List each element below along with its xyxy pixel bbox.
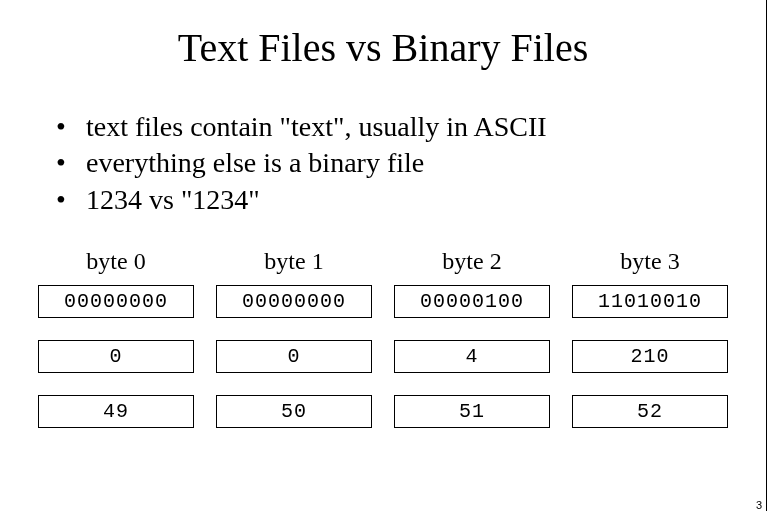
table-row: 00000000 00000000 00000100 11010010 <box>38 285 728 318</box>
bullet-item: 1234 vs "1234" <box>56 182 766 218</box>
byte-cell: 4 <box>394 340 550 373</box>
page-number: 3 <box>756 499 762 511</box>
bullet-list: text files contain "text", usually in AS… <box>56 109 766 218</box>
byte-cell: 49 <box>38 395 194 428</box>
table-header-row: byte 0 byte 1 byte 2 byte 3 <box>38 248 728 275</box>
column-header: byte 3 <box>572 248 728 275</box>
column-header: byte 1 <box>216 248 372 275</box>
slide-title: Text Files vs Binary Files <box>0 0 766 71</box>
byte-cell: 210 <box>572 340 728 373</box>
byte-cell: 50 <box>216 395 372 428</box>
byte-cell: 51 <box>394 395 550 428</box>
table-row: 0 0 4 210 <box>38 340 728 373</box>
byte-cell: 0 <box>38 340 194 373</box>
table-row: 49 50 51 52 <box>38 395 728 428</box>
byte-cell: 00000000 <box>38 285 194 318</box>
byte-table: byte 0 byte 1 byte 2 byte 3 00000000 000… <box>0 248 766 428</box>
byte-cell: 0 <box>216 340 372 373</box>
column-header: byte 2 <box>394 248 550 275</box>
byte-cell: 52 <box>572 395 728 428</box>
byte-cell: 00000000 <box>216 285 372 318</box>
column-header: byte 0 <box>38 248 194 275</box>
byte-cell: 00000100 <box>394 285 550 318</box>
bullet-item: everything else is a binary file <box>56 145 766 181</box>
byte-cell: 11010010 <box>572 285 728 318</box>
bullet-item: text files contain "text", usually in AS… <box>56 109 766 145</box>
